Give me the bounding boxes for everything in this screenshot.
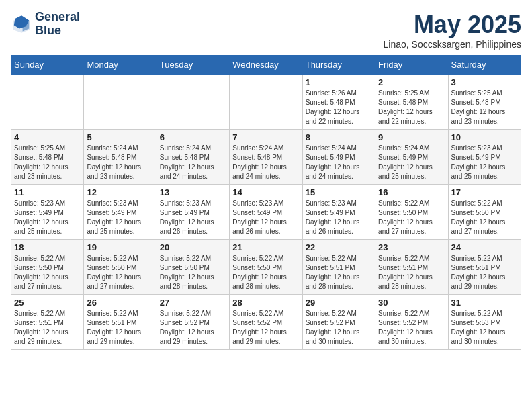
day-info: Sunrise: 5:23 AMSunset: 5:49 PMDaylight:…: [14, 199, 81, 236]
day-number: 16: [378, 187, 445, 197]
day-info: Sunrise: 5:22 AMSunset: 5:51 PMDaylight:…: [87, 309, 153, 347]
weekday-wednesday: Wednesday: [230, 56, 302, 75]
day-cell: 26Sunrise: 5:22 AMSunset: 5:51 PMDayligh…: [84, 295, 157, 350]
weekday-friday: Friday: [375, 56, 448, 75]
day-number: 3: [451, 77, 518, 87]
week-row-3: 11Sunrise: 5:23 AMSunset: 5:49 PMDayligh…: [11, 185, 521, 240]
calendar-table: SundayMondayTuesdayWednesdayThursdayFrid…: [11, 55, 521, 350]
day-info: Sunrise: 5:23 AMSunset: 5:49 PMDaylight:…: [232, 199, 299, 236]
day-info: Sunrise: 5:23 AMSunset: 5:49 PMDaylight:…: [160, 199, 226, 236]
month-title: May 2025: [384, 11, 521, 39]
day-number: 17: [451, 187, 518, 197]
logo-icon: [11, 13, 32, 35]
day-cell: 7Sunrise: 5:24 AMSunset: 5:48 PMDaylight…: [230, 130, 302, 185]
day-cell: 24Sunrise: 5:22 AMSunset: 5:51 PMDayligh…: [448, 240, 521, 295]
day-number: 11: [14, 187, 81, 197]
day-cell: 11Sunrise: 5:23 AMSunset: 5:49 PMDayligh…: [11, 185, 84, 240]
day-number: 13: [160, 187, 226, 197]
logo: General Blue: [11, 11, 80, 38]
day-info: Sunrise: 5:26 AMSunset: 5:48 PMDaylight:…: [306, 89, 372, 126]
day-info: Sunrise: 5:22 AMSunset: 5:52 PMDaylight:…: [160, 309, 226, 347]
day-cell: 15Sunrise: 5:23 AMSunset: 5:49 PMDayligh…: [302, 185, 375, 240]
day-info: Sunrise: 5:25 AMSunset: 5:48 PMDaylight:…: [451, 89, 518, 126]
day-number: 22: [306, 242, 372, 253]
day-info: Sunrise: 5:25 AMSunset: 5:48 PMDaylight:…: [14, 144, 81, 181]
day-cell: 31Sunrise: 5:22 AMSunset: 5:53 PMDayligh…: [448, 295, 521, 350]
day-number: 10: [451, 132, 518, 142]
day-number: 19: [87, 242, 153, 253]
day-number: 4: [14, 132, 81, 142]
day-cell: 14Sunrise: 5:23 AMSunset: 5:49 PMDayligh…: [230, 185, 302, 240]
day-cell: 17Sunrise: 5:22 AMSunset: 5:50 PMDayligh…: [448, 185, 521, 240]
day-number: 2: [378, 77, 445, 87]
day-cell: 2Sunrise: 5:25 AMSunset: 5:48 PMDaylight…: [375, 75, 448, 130]
day-number: 1: [306, 77, 372, 87]
weekday-header-row: SundayMondayTuesdayWednesdayThursdayFrid…: [11, 56, 521, 75]
day-cell: [157, 75, 229, 130]
day-cell: 23Sunrise: 5:22 AMSunset: 5:51 PMDayligh…: [375, 240, 448, 295]
day-info: Sunrise: 5:24 AMSunset: 5:49 PMDaylight:…: [378, 144, 445, 181]
week-row-4: 18Sunrise: 5:22 AMSunset: 5:50 PMDayligh…: [11, 240, 521, 295]
day-number: 18: [14, 242, 81, 253]
page-header: General Blue May 2025 Linao, Soccsksarge…: [11, 11, 521, 50]
day-cell: [230, 75, 302, 130]
day-cell: 1Sunrise: 5:26 AMSunset: 5:48 PMDaylight…: [302, 75, 375, 130]
day-cell: 25Sunrise: 5:22 AMSunset: 5:51 PMDayligh…: [11, 295, 84, 350]
day-info: Sunrise: 5:22 AMSunset: 5:52 PMDaylight:…: [232, 309, 299, 347]
day-info: Sunrise: 5:23 AMSunset: 5:49 PMDaylight:…: [451, 144, 518, 181]
day-cell: 18Sunrise: 5:22 AMSunset: 5:50 PMDayligh…: [11, 240, 84, 295]
day-number: 14: [232, 187, 299, 197]
day-cell: [11, 75, 84, 130]
day-cell: 4Sunrise: 5:25 AMSunset: 5:48 PMDaylight…: [11, 130, 84, 185]
day-number: 23: [378, 242, 445, 253]
day-info: Sunrise: 5:22 AMSunset: 5:50 PMDaylight:…: [451, 199, 518, 236]
day-cell: 13Sunrise: 5:23 AMSunset: 5:49 PMDayligh…: [157, 185, 229, 240]
week-row-2: 4Sunrise: 5:25 AMSunset: 5:48 PMDaylight…: [11, 130, 521, 185]
day-cell: [84, 75, 157, 130]
location: Linao, Soccsksargen, Philippines: [384, 39, 521, 50]
day-cell: 28Sunrise: 5:22 AMSunset: 5:52 PMDayligh…: [230, 295, 302, 350]
day-info: Sunrise: 5:22 AMSunset: 5:50 PMDaylight:…: [232, 254, 299, 291]
day-cell: 16Sunrise: 5:22 AMSunset: 5:50 PMDayligh…: [375, 185, 448, 240]
day-number: 27: [160, 298, 226, 308]
day-info: Sunrise: 5:22 AMSunset: 5:50 PMDaylight:…: [378, 199, 445, 236]
day-cell: 30Sunrise: 5:22 AMSunset: 5:52 PMDayligh…: [375, 295, 448, 350]
day-info: Sunrise: 5:23 AMSunset: 5:49 PMDaylight:…: [306, 199, 372, 236]
weekday-saturday: Saturday: [448, 56, 521, 75]
day-cell: 29Sunrise: 5:22 AMSunset: 5:52 PMDayligh…: [302, 295, 375, 350]
day-number: 30: [378, 298, 445, 308]
day-info: Sunrise: 5:22 AMSunset: 5:53 PMDaylight:…: [451, 309, 518, 347]
weekday-tuesday: Tuesday: [157, 56, 229, 75]
day-info: Sunrise: 5:22 AMSunset: 5:51 PMDaylight:…: [14, 309, 81, 347]
day-number: 28: [232, 298, 299, 308]
day-info: Sunrise: 5:23 AMSunset: 5:49 PMDaylight:…: [87, 199, 153, 236]
day-info: Sunrise: 5:22 AMSunset: 5:51 PMDaylight:…: [378, 254, 445, 291]
logo-text: General Blue: [35, 11, 80, 38]
weekday-sunday: Sunday: [11, 56, 84, 75]
day-number: 20: [160, 242, 226, 253]
day-cell: 21Sunrise: 5:22 AMSunset: 5:50 PMDayligh…: [230, 240, 302, 295]
day-number: 26: [87, 298, 153, 308]
day-number: 7: [232, 132, 299, 142]
day-number: 5: [87, 132, 153, 142]
day-cell: 10Sunrise: 5:23 AMSunset: 5:49 PMDayligh…: [448, 130, 521, 185]
day-number: 6: [160, 132, 226, 142]
day-info: Sunrise: 5:22 AMSunset: 5:51 PMDaylight:…: [306, 254, 372, 291]
day-number: 29: [306, 298, 372, 308]
day-info: Sunrise: 5:22 AMSunset: 5:52 PMDaylight:…: [378, 309, 445, 347]
day-cell: 22Sunrise: 5:22 AMSunset: 5:51 PMDayligh…: [302, 240, 375, 295]
day-info: Sunrise: 5:24 AMSunset: 5:48 PMDaylight:…: [232, 144, 299, 181]
day-cell: 20Sunrise: 5:22 AMSunset: 5:50 PMDayligh…: [157, 240, 229, 295]
day-number: 15: [306, 187, 372, 197]
day-number: 9: [378, 132, 445, 142]
day-cell: 3Sunrise: 5:25 AMSunset: 5:48 PMDaylight…: [448, 75, 521, 130]
day-cell: 6Sunrise: 5:24 AMSunset: 5:48 PMDaylight…: [157, 130, 229, 185]
day-info: Sunrise: 5:24 AMSunset: 5:49 PMDaylight:…: [306, 144, 372, 181]
day-info: Sunrise: 5:22 AMSunset: 5:52 PMDaylight:…: [306, 309, 372, 347]
weekday-monday: Monday: [84, 56, 157, 75]
week-row-1: 1Sunrise: 5:26 AMSunset: 5:48 PMDaylight…: [11, 75, 521, 130]
day-info: Sunrise: 5:22 AMSunset: 5:50 PMDaylight:…: [87, 254, 153, 291]
day-number: 31: [451, 298, 518, 308]
day-number: 8: [306, 132, 372, 142]
calendar-header: SundayMondayTuesdayWednesdayThursdayFrid…: [11, 56, 521, 75]
